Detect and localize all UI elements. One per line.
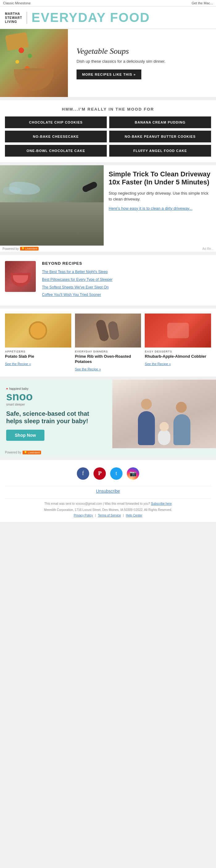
unsubscribe-link[interactable]: Unsubscribe [5,489,211,494]
divider-2 [5,499,211,499]
hero-description: Dish up these classics for a deliciously… [76,58,207,65]
list-item: The Softest Sheets We've Ever Slept On [42,284,113,290]
facebook-icon[interactable]: f [77,467,89,480]
veggie-yellow [15,60,19,64]
mood-btn-banana-cream-pudding[interactable]: BANANA CREAM PUDDING [109,117,211,128]
snoo-shop-button[interactable]: Shop Now [6,430,44,441]
recipe-card-category-0: APPETIZERS [5,350,71,353]
footer-links: Privacy Policy | Terms of Service | Help… [5,514,211,517]
ribs-visual [75,313,141,347]
mood-btn-chocolate-chip-cookies[interactable]: CHOCOLATE CHIP COOKIES [5,117,107,128]
bread-decoration [5,32,29,51]
recipe-card-image-0 [5,313,71,347]
driveway-ad-description: Stop neglecting your dirty driveway. Use… [109,190,211,202]
snoo-right-image [112,380,216,448]
recipe-card-category-1: EVERYDAY DINNERS [75,350,141,353]
driveway-ad-link[interactable]: Here's how easy it is to clean a dirty d… [109,206,211,211]
pie-visual [5,313,71,347]
veggie-tomato [19,48,24,53]
recipe-card-image-2 [145,313,211,347]
recipe-card-link-2[interactable]: See the Recipe » [145,362,171,366]
recipe-card-link-1[interactable]: See the Recipe » [75,367,101,371]
instagram-icon[interactable]: 📷 [127,467,139,480]
driveway-ad-content: Simple Trick To Clean Driveway 10x Faste… [104,165,216,218]
get-mac-link[interactable]: Get the Mac... [192,1,213,5]
recipe-card-0: APPETIZERS Potato Slab Pie See the Recip… [5,313,71,372]
ground-surface [0,202,104,246]
recipe-card-title-1: Prime Rib with Oven-Roasted Potatoes [75,354,141,365]
classic-minestone-link[interactable]: Classic Minestone [3,1,31,5]
beyond-link-0[interactable]: The Best Teas for a Better Night's Sleep [42,270,108,274]
recipe-card-image-1 [75,313,141,347]
parent-1 [138,411,155,445]
subscribe-here-link[interactable]: Subscribe here [151,502,172,505]
recipe-card-2: EASY DESSERTS Rhubarb-Apple-Almond Cobbl… [145,313,211,372]
social-footer-section: f 𝐏 t 📷 Unsubscribe This email was sent … [0,460,216,522]
snoo-logo: snoo [6,391,106,402]
hero-section: Vegetable Soups Dish up these classics f… [0,29,216,97]
mood-grid: CHOCOLATE CHIP COOKIES BANANA CREAM PUDD… [5,117,211,157]
mood-btn-no-bake-peanut-butter-cookies[interactable]: NO-BAKE PEANUT BUTTER COOKIES [109,131,211,143]
list-item: Coffee You'll Wish You Tried Sooner [42,291,113,298]
beyond-recipes-section: Beyond Recipes The Best Teas for a Bette… [0,255,216,306]
ad-author: Ad Re... [200,247,216,251]
mood-heading: HMM...I'M REALLY IN THE MOOD FOR [5,107,211,112]
driveway-ad-heading: Simple Trick To Clean Driveway 10x Faste… [109,170,211,187]
driveway-ad-image [0,165,104,246]
list-item: The Best Teas for a Better Night's Sleep [42,269,113,275]
rib-bone-1 [95,319,110,342]
hero-image [0,29,68,97]
water-spray-2 [3,187,22,195]
footer-company: Meredith Corporation, 1716 Locust Street… [5,507,211,513]
top-nav: Classic Minestone Get the Mac... [0,0,216,6]
family-group [112,386,216,448]
parent-head-2 [176,402,187,413]
spray-nozzle [81,181,98,193]
snoo-ad-powered-by: Powered by 💡 LiveIntent [0,448,216,457]
parent-body-1 [138,411,155,445]
twitter-icon[interactable]: t [110,467,122,480]
cobbler-dish [167,323,189,338]
mood-btn-fluffy-angel-food-cake[interactable]: FLUFFY ANGEL FOOD CAKE [109,145,211,157]
snoo-liveintent-logo: 💡 LiveIntent [23,451,41,455]
soup-bowl-shape [14,69,54,91]
mood-btn-no-bake-cheesecake[interactable]: NO-BAKE CHEESECAKE [5,131,107,143]
mood-btn-one-bowl-chocolate-cake[interactable]: ONE-BOWL CHOCOLATE CAKE [5,145,107,157]
beyond-links-list: The Best Teas for a Better Night's Sleep… [42,269,113,298]
soup-illustration [0,29,68,97]
bowl-shape [10,273,31,287]
cobbler-inner [145,313,211,347]
recipe-cards-section: APPETIZERS Potato Slab Pie See the Recip… [0,309,216,376]
recipe-card-category-2: EASY DESSERTS [145,350,211,353]
powered-by-label: Powered by 💡 LiveIntent [0,246,41,252]
veggie-herb [28,54,32,58]
ad-footer-row: Powered by 💡 LiveIntent Ad Re... [0,246,216,252]
parent-2 [173,414,190,445]
recipe-card-title-2: Rhubarb-Apple-Almond Cobbler [145,354,211,359]
terms-of-service-link[interactable]: Terms of Service [98,514,121,517]
hero-heading: Vegetable Soups [76,46,207,56]
pinterest-icon[interactable]: 𝐏 [94,467,106,480]
hero-cta-button[interactable]: MORE RECIPES LIKE THIS » [76,69,141,80]
hero-text: Vegetable Soups Dish up these classics f… [68,39,216,87]
ribs-inner [75,313,141,347]
cobbler-visual [145,313,211,347]
parent-head-1 [141,399,152,410]
snoo-brand: ♥ happiest baby snoo smart sleeper [6,387,106,406]
baby-body [158,430,170,445]
pie-top [30,323,46,338]
beyond-link-3[interactable]: Coffee You'll Wish You Tried Sooner [42,292,101,297]
driveway-ad-inner: Simple Trick To Clean Driveway 10x Faste… [0,165,216,246]
help-center-link[interactable]: Help Center [126,514,142,517]
brand-logo: MARTHA STEWART LIVING [5,12,27,24]
divider [5,486,211,486]
beyond-content: Beyond Recipes The Best Teas for a Bette… [42,261,113,299]
recipe-card-title-0: Potato Slab Pie [5,354,71,359]
list-item: Best Pillowcases for Every Type of Sleep… [42,276,113,282]
beyond-heading: Beyond Recipes [42,261,113,266]
recipe-card-link-0[interactable]: See the Recipe » [5,362,31,366]
beyond-link-1[interactable]: Best Pillowcases for Every Type of Sleep… [42,277,113,282]
beyond-link-2[interactable]: The Softest Sheets We've Ever Slept On [42,285,109,289]
privacy-policy-link[interactable]: Privacy Policy [74,514,93,517]
beyond-image-bg [5,261,36,292]
